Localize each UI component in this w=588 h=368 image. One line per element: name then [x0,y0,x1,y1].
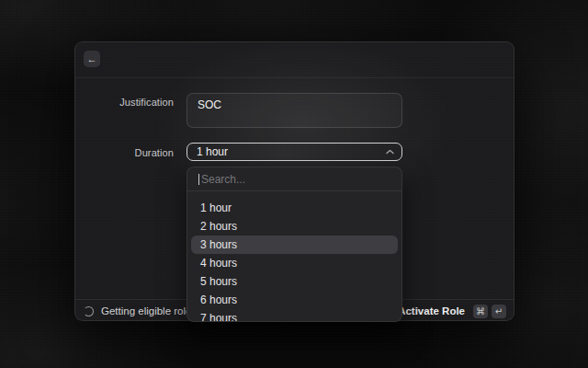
duration-option-7-hours[interactable]: 7 hours [191,309,398,322]
command-key-icon: ⌘ [473,305,488,318]
chevron-up-icon [386,149,394,155]
justification-label: Justification [75,96,174,109]
text-caret [198,174,199,185]
activate-role-button[interactable]: Activate Role ⌘ ↵ [398,305,506,318]
back-arrow-icon: ← [87,53,97,64]
loading-spinner-icon [84,306,94,316]
duration-option-1-hour[interactable]: 1 hour [191,199,398,217]
return-key-icon: ↵ [492,305,506,318]
activate-role-dialog: ← Justification SOC Duration 1 hour 1 ho… [74,41,514,321]
dropdown-search-row [187,167,401,191]
duration-selected-value: 1 hour [197,145,386,158]
duration-option-5-hours[interactable]: 5 hours [191,272,398,291]
duration-option-3-hours[interactable]: 3 hours [191,236,398,254]
duration-option-6-hours[interactable]: 6 hours [191,291,398,309]
duration-select[interactable]: 1 hour [187,143,402,161]
search-input[interactable] [187,167,401,190]
back-button[interactable]: ← [84,51,100,67]
dialog-header: ← [75,42,514,77]
duration-label: Duration [75,146,174,159]
duration-dropdown: 1 hour 2 hours 3 hours 4 hours 5 hours 6… [187,167,402,322]
duration-option-2-hours[interactable]: 2 hours [191,217,398,236]
header-divider [75,77,514,78]
duration-option-4-hours[interactable]: 4 hours [191,254,398,272]
activate-role-label: Activate Role [398,305,465,316]
duration-option-list: 1 hour 2 hours 3 hours 4 hours 5 hours 6… [187,191,401,322]
justification-textarea[interactable]: SOC [187,93,402,128]
